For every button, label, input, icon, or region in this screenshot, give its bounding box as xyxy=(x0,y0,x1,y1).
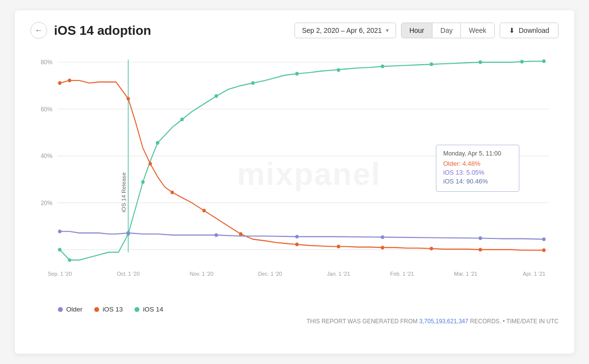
svg-point-36 xyxy=(127,97,130,100)
download-label: Download xyxy=(519,26,549,34)
header-left: ← iOS 14 adoption xyxy=(30,22,151,39)
svg-text:Dec. 1 '20: Dec. 1 '20 xyxy=(258,271,282,277)
svg-point-35 xyxy=(68,78,71,82)
svg-point-23 xyxy=(156,141,160,145)
svg-point-19 xyxy=(58,248,61,251)
svg-point-33 xyxy=(542,59,546,63)
time-group: Hour Day Week xyxy=(401,23,495,38)
svg-text:Mar. 1 '21: Mar. 1 '21 xyxy=(454,271,478,277)
svg-point-39 xyxy=(202,209,206,212)
svg-point-51 xyxy=(381,235,384,239)
tooltip-ios13-label: iOS 13: xyxy=(443,169,464,176)
tooltip: Monday, Apr 5, 11:00 Older: 4.48% iOS 13… xyxy=(436,145,519,192)
download-button[interactable]: ⬇ Download xyxy=(500,23,559,38)
svg-point-47 xyxy=(58,230,61,233)
tooltip-older-row: Older: 4.48% xyxy=(443,160,512,167)
footer-suffix: RECORDS. • TIME/DATE IN UTC xyxy=(468,318,559,325)
date-range-label: Sep 2, 2020 – Apr 6, 2021 xyxy=(302,26,382,34)
svg-point-37 xyxy=(149,162,152,165)
legend-ios14: iOS 14 xyxy=(134,306,163,313)
svg-point-43 xyxy=(381,246,384,249)
tooltip-ios13-value: 5.05% xyxy=(466,169,484,176)
svg-point-41 xyxy=(295,243,298,246)
svg-point-45 xyxy=(479,248,482,251)
page-title: iOS 14 adoption xyxy=(54,23,151,38)
svg-text:20%: 20% xyxy=(41,199,53,206)
svg-text:iOS 14 Release: iOS 14 Release xyxy=(121,172,127,212)
svg-point-32 xyxy=(520,60,524,63)
tooltip-older-label: Older: xyxy=(443,160,460,167)
time-btn-hour[interactable]: Hour xyxy=(402,23,432,38)
svg-text:Nov. 1 '20: Nov. 1 '20 xyxy=(190,271,214,277)
legend-ios13: iOS 13 xyxy=(94,306,123,313)
svg-point-31 xyxy=(479,60,482,64)
svg-point-34 xyxy=(58,81,61,85)
header-right: Sep 2, 2020 – Apr 6, 2021 ▾ Hour Day Wee… xyxy=(294,23,559,38)
svg-point-22 xyxy=(141,180,145,183)
svg-point-40 xyxy=(239,232,242,235)
download-icon: ⬇ xyxy=(509,26,515,34)
svg-point-38 xyxy=(170,190,174,194)
svg-point-30 xyxy=(429,62,433,66)
footer-records-link[interactable]: 3,705,193,621,347 xyxy=(419,318,468,325)
tooltip-older-value: 4.48% xyxy=(462,160,481,167)
legend-label-ios14: iOS 14 xyxy=(143,306,163,313)
chart-area: mixpanel 80% 60% 40% 20% Sep. 1 '20 Oct.… xyxy=(30,47,559,302)
svg-point-26 xyxy=(251,81,255,85)
svg-point-44 xyxy=(429,247,433,250)
footer-prefix: THIS REPORT WAS GENERATED FROM xyxy=(307,318,420,325)
svg-point-29 xyxy=(381,65,384,68)
svg-point-42 xyxy=(337,245,340,248)
legend-label-ios13: iOS 13 xyxy=(103,306,123,313)
svg-text:Jan. 1 '21: Jan. 1 '21 xyxy=(327,271,350,277)
svg-point-28 xyxy=(337,68,340,72)
legend-dot-ios14 xyxy=(134,307,139,312)
svg-point-50 xyxy=(295,235,298,238)
legend-dot-ios13 xyxy=(94,307,99,312)
svg-point-49 xyxy=(214,233,218,236)
back-button[interactable]: ← xyxy=(30,22,47,39)
tooltip-ios14-row: iOS 14: 90.46% xyxy=(443,178,512,185)
svg-point-46 xyxy=(542,248,546,252)
svg-text:Feb. 1 '21: Feb. 1 '21 xyxy=(390,271,414,277)
svg-text:Apr. 1 '21: Apr. 1 '21 xyxy=(523,271,545,277)
tooltip-ios14-value: 90.46% xyxy=(466,178,488,185)
tooltip-title: Monday, Apr 5, 11:00 xyxy=(443,150,512,157)
svg-text:40%: 40% xyxy=(41,153,53,159)
chevron-down-icon: ▾ xyxy=(386,27,389,34)
time-btn-day[interactable]: Day xyxy=(432,23,461,38)
svg-point-48 xyxy=(127,231,130,234)
footer: THIS REPORT WAS GENERATED FROM 3,705,193… xyxy=(30,318,559,325)
legend-label-older: Older xyxy=(66,306,82,313)
date-range-picker[interactable]: Sep 2, 2020 – Apr 6, 2021 ▾ xyxy=(294,23,396,38)
svg-point-53 xyxy=(542,237,546,241)
svg-point-20 xyxy=(68,258,71,261)
time-btn-week[interactable]: Week xyxy=(461,23,494,38)
header: ← iOS 14 adoption Sep 2, 2020 – Apr 6, 2… xyxy=(30,22,559,39)
main-card: ← iOS 14 adoption Sep 2, 2020 – Apr 6, 2… xyxy=(15,10,574,354)
legend: Older iOS 13 iOS 14 xyxy=(30,306,559,313)
legend-older: Older xyxy=(58,306,82,313)
tooltip-ios14-label: iOS 14: xyxy=(443,178,464,185)
svg-point-24 xyxy=(180,118,184,121)
svg-text:80%: 80% xyxy=(41,59,53,66)
svg-text:Oct. 1 '20: Oct. 1 '20 xyxy=(117,271,140,277)
svg-point-27 xyxy=(295,72,298,75)
back-icon: ← xyxy=(35,26,43,35)
svg-text:60%: 60% xyxy=(41,105,53,112)
legend-dot-older xyxy=(58,307,63,312)
svg-text:Sep. 1 '20: Sep. 1 '20 xyxy=(48,271,72,277)
tooltip-ios13-row: iOS 13: 5.05% xyxy=(443,169,512,176)
svg-point-52 xyxy=(479,236,482,240)
svg-point-25 xyxy=(214,94,218,98)
